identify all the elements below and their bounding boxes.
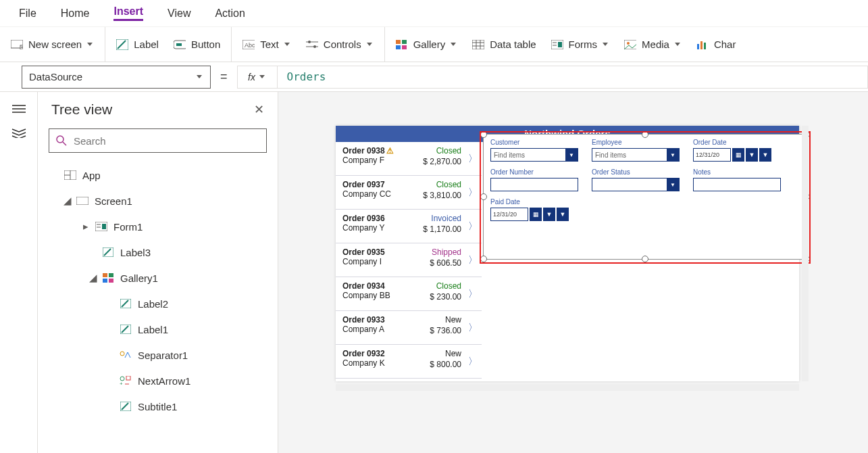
tree-subtitle1[interactable]: Subtitle1	[45, 394, 271, 419]
label-icon	[116, 39, 128, 50]
label-icon	[119, 400, 132, 412]
hamburger-icon[interactable]	[12, 103, 26, 114]
left-rail	[0, 92, 38, 453]
button-icon	[174, 39, 186, 50]
svg-rect-30	[700, 41, 703, 49]
notes-input[interactable]	[693, 178, 781, 191]
canvas[interactable]: Northwind Orders Order 0938⚠Company FClo…	[278, 92, 868, 453]
forms-icon	[551, 39, 563, 50]
order-row[interactable]: Order 0935Company IShipped$ 606.50〉	[336, 243, 482, 277]
menu-file[interactable]: File	[19, 7, 36, 20]
media-icon	[624, 39, 636, 50]
chevron-down-icon	[87, 43, 94, 47]
svg-rect-41	[102, 224, 106, 229]
ordernum-input[interactable]	[490, 178, 578, 191]
orderdate-picker[interactable]: 12/31/20▦▼▼	[693, 148, 781, 162]
form1-selection[interactable]: CustomerFind items▼ EmployeeFind items▼ …	[483, 134, 807, 260]
formula-input[interactable]: Orders	[278, 66, 868, 89]
text-button[interactable]: Abc Text	[242, 39, 291, 50]
order-row[interactable]: Order 0934Company BBClosed$ 230.00〉	[336, 277, 482, 311]
label-icon	[119, 323, 132, 335]
employee-combo[interactable]: Find items▼	[592, 148, 680, 162]
horizontal-scrollbar[interactable]	[336, 384, 799, 391]
svg-rect-37	[76, 197, 88, 205]
app-icon	[63, 169, 77, 181]
chevron-down-icon	[197, 75, 203, 79]
search-icon	[56, 135, 67, 146]
chevron-down-icon	[603, 43, 609, 47]
svg-rect-26	[558, 42, 562, 47]
svg-line-51	[122, 326, 128, 333]
menu-view[interactable]: View	[168, 7, 190, 20]
svg-rect-31	[704, 43, 706, 49]
chevron-down-icon	[367, 43, 374, 47]
menu-home[interactable]: Home	[61, 7, 90, 20]
top-menu: File Home Insert View Action	[0, 0, 868, 27]
vertical-scrollbar[interactable]	[802, 126, 809, 381]
menu-action[interactable]: Action	[215, 7, 245, 20]
svg-rect-47	[109, 279, 113, 283]
table-icon	[472, 39, 484, 50]
svg-rect-16	[396, 45, 401, 49]
order-row[interactable]: Order 0932Company KNew$ 800.00〉	[336, 345, 482, 379]
controls-button[interactable]: Controls	[306, 39, 374, 50]
datatable-button[interactable]: Data table	[472, 39, 536, 50]
svg-point-11	[308, 41, 311, 43]
tree-label3[interactable]: Label3	[45, 239, 271, 265]
svg-point-32	[57, 136, 63, 143]
formula-bar: DataSource = fx Orders	[0, 62, 868, 92]
tree-form1[interactable]: ▸Form1	[45, 214, 271, 239]
svg-line-43	[104, 249, 111, 256]
search-box[interactable]	[49, 128, 267, 153]
new-screen-button[interactable]: New screen	[11, 39, 94, 50]
label-icon	[119, 297, 132, 310]
screen-icon	[76, 195, 89, 207]
tree-screen1[interactable]: ◢Screen1	[45, 188, 271, 214]
search-input[interactable]	[72, 135, 259, 147]
order-row[interactable]: Order 0937Company CCClosed$ 3,810.00〉	[336, 176, 482, 210]
forms-button[interactable]: Forms	[551, 39, 610, 50]
close-icon[interactable]: ✕	[254, 102, 264, 117]
tree-label1[interactable]: Label1	[45, 316, 271, 342]
property-select[interactable]: DataSource	[22, 66, 211, 89]
tree-panel: Tree view ✕ App ◢Screen1 ▸Form1 Label3 ◢…	[38, 92, 278, 453]
insert-ribbon: New screen Label Button Abc Text Control…	[0, 27, 868, 62]
order-row[interactable]: Order 0933Company ANew$ 736.00〉	[336, 311, 482, 345]
order-row[interactable]: Order 0938⚠Company FClosed$ 2,870.00〉	[336, 142, 482, 176]
chart-button[interactable]: Char	[696, 39, 736, 50]
orders-gallery[interactable]: Order 0938⚠Company FClosed$ 2,870.00〉Ord…	[336, 142, 482, 381]
form-icon	[95, 220, 108, 233]
tree-app[interactable]: App	[45, 162, 271, 188]
gallery-button[interactable]: Gallery	[396, 39, 458, 50]
chevron-down-icon	[284, 43, 291, 47]
svg-text:Abc: Abc	[245, 42, 255, 49]
svg-rect-29	[697, 44, 699, 49]
media-button[interactable]: Media	[624, 39, 682, 50]
treeview-rail-icon[interactable]	[11, 127, 26, 138]
menu-insert[interactable]: Insert	[113, 5, 143, 21]
button-button[interactable]: Button	[174, 39, 220, 50]
tree-nextarrow1[interactable]: +NextArrow1	[45, 368, 271, 394]
svg-point-28	[627, 42, 630, 45]
panel-title: Tree view	[51, 101, 112, 118]
svg-rect-7	[176, 43, 182, 46]
customer-combo[interactable]: Find items▼	[490, 148, 578, 162]
controls-icon	[306, 39, 318, 50]
label-button[interactable]: Label	[116, 39, 159, 50]
orderstatus-combo[interactable]: ▼	[592, 178, 680, 191]
svg-rect-17	[402, 45, 407, 49]
chart-icon	[696, 39, 709, 50]
paiddate-picker[interactable]: 12/31/20▦▼▼	[490, 208, 578, 221]
svg-rect-44	[103, 273, 107, 277]
text-icon: Abc	[242, 39, 255, 50]
tree-label2[interactable]: Label2	[45, 291, 271, 316]
fx-button[interactable]: fx	[237, 66, 278, 89]
svg-line-5	[118, 41, 126, 49]
separator-icon	[119, 349, 132, 361]
order-row[interactable]: Order 0936Company YInvoiced$ 1,170.00〉	[336, 210, 482, 243]
tree-gallery1[interactable]: ◢Gallery1	[45, 265, 271, 291]
tree-separator1[interactable]: Separator1	[45, 342, 271, 368]
svg-line-49	[122, 300, 128, 307]
gallery-icon	[396, 39, 408, 50]
svg-line-33	[63, 142, 66, 145]
